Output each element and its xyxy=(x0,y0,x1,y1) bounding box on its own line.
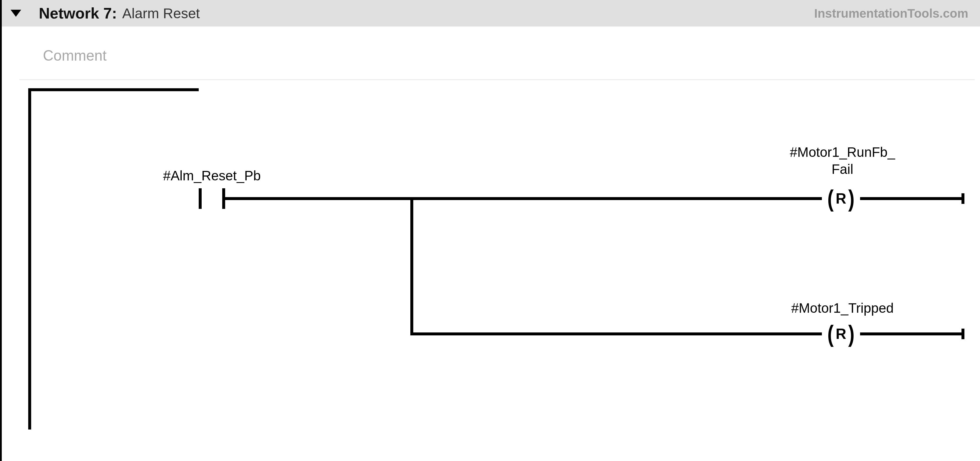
contact-bar xyxy=(199,188,202,209)
wire xyxy=(410,197,822,200)
comment-divider xyxy=(19,80,975,80)
coil-paren-icon: ) xyxy=(848,187,854,211)
plc-network-editor: Network 7: Alarm Reset InstrumentationTo… xyxy=(0,0,980,461)
ladder-rung-area[interactable]: #Alm_Reset_Pb ( R ) #Motor1_RunFb_ Fail … xyxy=(28,88,969,429)
wire-end-tick xyxy=(961,193,964,204)
comment-field[interactable]: Comment xyxy=(43,47,107,64)
contact-bar xyxy=(222,188,225,209)
wire xyxy=(410,332,822,335)
coil-tag-line2[interactable]: Fail xyxy=(763,161,922,177)
network-title[interactable]: Alarm Reset xyxy=(122,5,200,21)
coil-paren-icon: ( xyxy=(827,187,834,211)
wire xyxy=(860,332,963,335)
coil-paren-icon: ) xyxy=(848,322,854,346)
left-power-rail xyxy=(28,88,31,429)
coil-type: R xyxy=(836,190,846,207)
wire-end-tick xyxy=(961,329,964,339)
watermark-text: InstrumentationTools.com xyxy=(814,6,968,21)
network-header[interactable]: Network 7: Alarm Reset InstrumentationTo… xyxy=(2,0,980,27)
collapse-triangle-icon[interactable] xyxy=(11,10,21,17)
wire xyxy=(860,197,963,200)
coil-tag-line1[interactable]: #Motor1_RunFb_ xyxy=(763,144,922,160)
reset-coil[interactable]: ( R ) xyxy=(822,187,860,211)
coil-paren-icon: ( xyxy=(827,322,834,346)
wire xyxy=(410,197,413,335)
wire xyxy=(28,88,199,91)
network-number: Network 7: xyxy=(39,5,117,22)
wire xyxy=(225,197,413,200)
coil-tag-line1[interactable]: #Motor1_Tripped xyxy=(763,300,922,316)
coil-type: R xyxy=(836,325,846,343)
contact-tag[interactable]: #Alm_Reset_Pb xyxy=(149,168,275,183)
no-contact[interactable] xyxy=(199,188,225,209)
reset-coil[interactable]: ( R ) xyxy=(822,322,860,346)
